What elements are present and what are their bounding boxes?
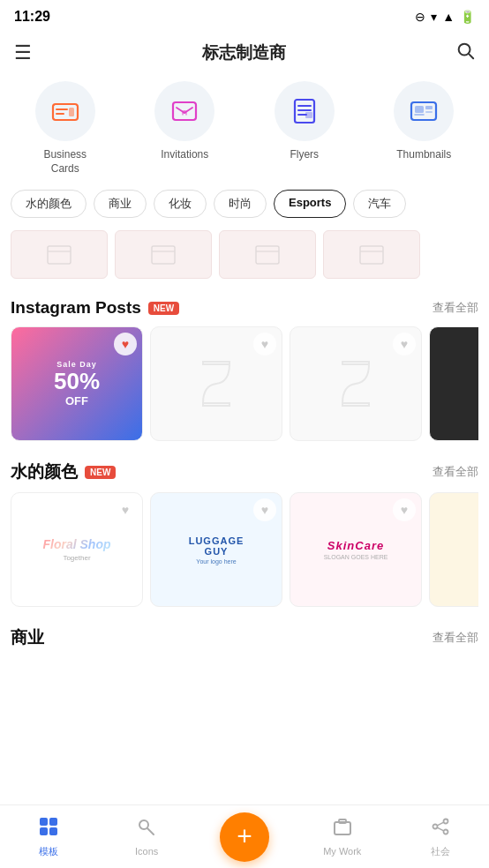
category-business-cards[interactable]: BusinessCards [12, 81, 117, 176]
section-water-color: 水的颜色 NEW 查看全部 ♥ Floral Shop Together ♥ L… [0, 448, 489, 614]
nav-label-my-work: My Work [323, 846, 361, 857]
category-label-thumbnails: Thumbnails [396, 148, 451, 162]
plus-icon: + [237, 823, 252, 849]
card-placeholder-1[interactable]: ♥ [150, 326, 282, 441]
hourglass-icon-1 [194, 357, 238, 410]
nav-label-templates: 模板 [39, 845, 58, 858]
status-icons: ⊖ ▾ ▲ 🔋 [415, 10, 475, 24]
header: ☰ 标志制造商 [0, 34, 489, 72]
templates-icon [38, 816, 59, 842]
section-title-wrap-business: 商业 [11, 626, 44, 649]
hourglass-icon-2 [334, 357, 378, 410]
svg-line-37 [437, 827, 443, 831]
my-work-icon [332, 817, 353, 843]
nav-my-work[interactable]: My Work [293, 817, 391, 857]
filter-fashion[interactable]: 时尚 [214, 190, 267, 218]
heart-btn-ph1[interactable]: ♥ [253, 333, 276, 355]
section-header-water: 水的颜色 NEW 查看全部 [11, 460, 478, 483]
nav-label-social: 社会 [431, 845, 450, 858]
nav-templates[interactable]: 模板 [0, 816, 98, 858]
small-template-row [0, 227, 489, 286]
nav-add[interactable]: + [196, 812, 294, 862]
nav-icons[interactable]: Icons [98, 817, 196, 857]
svg-rect-20 [152, 246, 175, 264]
small-card-3[interactable] [219, 230, 316, 279]
menu-button[interactable]: ☰ [14, 41, 32, 64]
category-flyers[interactable]: Flyers [252, 81, 357, 176]
small-card-2[interactable] [115, 230, 212, 279]
section-header-instagram: Instagram Posts NEW 查看全部 [11, 298, 478, 318]
category-circle-business [35, 81, 95, 141]
card-lorem[interactable]: ♥ Loremyou [429, 492, 478, 607]
nav-social[interactable]: 社会 [391, 816, 489, 858]
section-title-wrap-instagram: Instagram Posts NEW [11, 298, 179, 318]
view-all-business[interactable]: 查看全部 [433, 630, 478, 646]
category-thumbnails[interactable]: Thumbnails [372, 81, 477, 176]
luggage-content: LUGGAGEGUY Your logo here [182, 528, 252, 572]
card-sale-off: OFF [54, 394, 100, 408]
filter-row: 水的颜色 商业 化妆 时尚 Esports 汽车 [0, 181, 489, 227]
wifi-icon: ▾ [431, 10, 437, 24]
search-button[interactable] [455, 41, 475, 65]
section-instagram-posts: Instagram Posts NEW 查看全部 ♥ Sale Day 50% … [0, 286, 489, 448]
card-luggage-guy[interactable]: ♥ LUGGAGEGUY Your logo here [150, 492, 282, 607]
filter-car[interactable]: 汽车 [353, 190, 406, 218]
new-badge-instagram: NEW [148, 302, 179, 315]
section-header-business: 商业 查看全部 [11, 626, 478, 649]
heart-btn-ph2[interactable]: ♥ [393, 333, 416, 355]
skincare-content: SkinCare SLOGAN GOES HERE [317, 532, 395, 567]
app-title: 标志制造商 [202, 41, 286, 64]
card-skincare[interactable]: ♥ SkinCare SLOGAN GOES HERE [290, 492, 422, 607]
signal-icon: ▲ [442, 10, 455, 24]
filter-makeup[interactable]: 化妆 [154, 190, 207, 218]
card-sale-day[interactable]: ♥ Sale Day 50% OFF [11, 326, 143, 441]
section-title-business: 商业 [11, 626, 44, 649]
status-bar: 11:29 ⊖ ▾ ▲ 🔋 [0, 0, 489, 34]
svg-rect-22 [256, 246, 279, 264]
svg-rect-16 [425, 111, 433, 113]
svg-rect-14 [415, 106, 424, 113]
card-dark-work[interactable]: ♥ Wor... Send itnow [429, 326, 478, 441]
svg-rect-18 [48, 246, 71, 264]
filter-business[interactable]: 商业 [94, 190, 147, 218]
svg-rect-15 [425, 106, 433, 109]
heart-btn-skincare[interactable]: ♥ [393, 498, 416, 521]
svg-rect-26 [40, 818, 48, 826]
svg-point-7 [183, 110, 186, 114]
heart-btn-floral[interactable]: ♥ [114, 498, 137, 521]
svg-point-35 [443, 829, 448, 834]
heart-btn-sale[interactable]: ♥ [114, 333, 137, 355]
svg-line-1 [469, 54, 473, 58]
category-invitations[interactable]: Invitations [132, 81, 237, 176]
battery-icon: 🔋 [460, 10, 475, 24]
view-all-water[interactable]: 查看全部 [433, 464, 478, 480]
small-card-1[interactable] [11, 230, 108, 279]
category-circle-thumbnails [394, 81, 454, 141]
svg-rect-27 [49, 818, 57, 826]
card-floral-shop[interactable]: ♥ Floral Shop Together [11, 492, 143, 607]
nav-label-icons: Icons [135, 846, 158, 857]
filter-water[interactable]: 水的颜色 [11, 190, 87, 218]
category-label-business: BusinessCards [43, 148, 87, 176]
filter-esports[interactable]: Esports [274, 190, 346, 218]
icons-icon [136, 817, 157, 843]
category-circle-invitations [154, 81, 214, 141]
svg-point-34 [433, 824, 437, 828]
svg-line-36 [437, 822, 443, 826]
status-time: 11:29 [14, 9, 50, 25]
section-title-instagram: Instagram Posts [11, 298, 141, 318]
card-placeholder-2[interactable]: ♥ [290, 326, 422, 441]
floral-content: Floral Shop Together [34, 528, 120, 571]
view-all-instagram[interactable]: 查看全部 [433, 300, 478, 316]
svg-rect-29 [49, 827, 57, 835]
svg-rect-12 [305, 112, 312, 118]
small-card-4[interactable] [323, 230, 420, 279]
card-sale-percent: 50% [54, 369, 100, 394]
add-button[interactable]: + [220, 812, 269, 862]
heart-btn-luggage[interactable]: ♥ [253, 498, 276, 521]
svg-rect-28 [40, 827, 48, 835]
cards-row-water: ♥ Floral Shop Together ♥ LUGGAGEGUY Your… [11, 492, 478, 610]
block-icon: ⊖ [415, 10, 425, 24]
card-sale-content: Sale Day 50% OFF [54, 360, 100, 408]
social-icon [430, 816, 451, 842]
